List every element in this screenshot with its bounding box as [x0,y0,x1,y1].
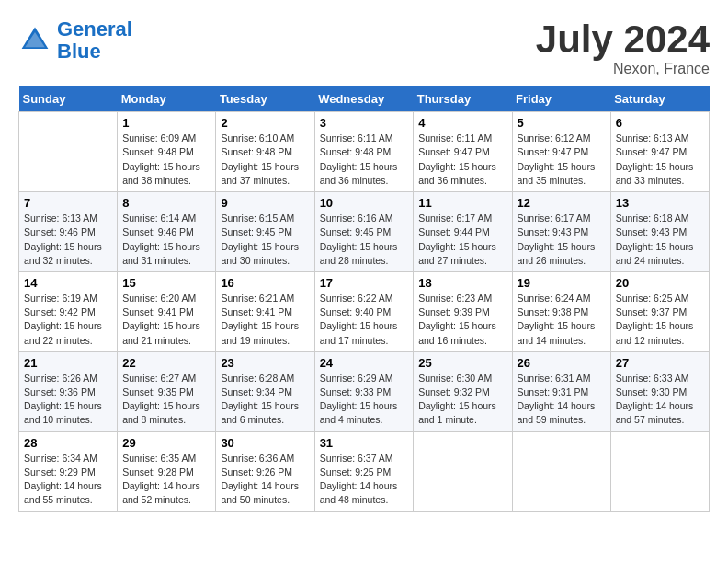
logo-text: General Blue [57,18,132,63]
calendar-cell: 20Sunrise: 6:25 AM Sunset: 9:37 PM Dayli… [610,271,709,351]
day-number: 7 [24,196,112,210]
calendar-body: 1Sunrise: 6:09 AM Sunset: 9:48 PM Daylig… [19,112,710,511]
calendar-table: SundayMondayTuesdayWednesdayThursdayFrid… [18,86,710,511]
day-info: Sunrise: 6:36 AM Sunset: 9:26 PM Dayligh… [221,452,309,508]
day-info: Sunrise: 6:28 AM Sunset: 9:34 PM Dayligh… [221,372,309,428]
day-number: 29 [122,436,210,450]
calendar-cell [512,431,610,511]
calendar-cell: 31Sunrise: 6:37 AM Sunset: 9:25 PM Dayli… [314,431,414,511]
day-number: 30 [221,436,309,450]
day-number: 9 [221,196,309,210]
calendar-cell: 24Sunrise: 6:29 AM Sunset: 9:33 PM Dayli… [314,351,414,431]
calendar-cell: 2Sunrise: 6:10 AM Sunset: 9:48 PM Daylig… [216,112,314,192]
day-info: Sunrise: 6:17 AM Sunset: 9:44 PM Dayligh… [418,212,506,268]
day-info: Sunrise: 6:15 AM Sunset: 9:45 PM Dayligh… [221,212,309,268]
day-info: Sunrise: 6:27 AM Sunset: 9:35 PM Dayligh… [122,372,210,428]
page-header: General Blue July 2024 Nexon, France [18,18,710,77]
calendar-cell: 3Sunrise: 6:11 AM Sunset: 9:48 PM Daylig… [314,112,414,192]
calendar-cell: 26Sunrise: 6:31 AM Sunset: 9:31 PM Dayli… [512,351,610,431]
day-number: 31 [320,436,409,450]
column-header-tuesday: Tuesday [216,86,314,112]
day-number: 14 [24,276,112,290]
day-number: 12 [518,196,606,210]
calendar-cell: 4Sunrise: 6:11 AM Sunset: 9:47 PM Daylig… [414,112,512,192]
calendar-cell [610,431,709,511]
title-block: July 2024 Nexon, France [536,18,710,77]
calendar-cell: 13Sunrise: 6:18 AM Sunset: 9:43 PM Dayli… [610,192,709,272]
calendar-cell: 15Sunrise: 6:20 AM Sunset: 9:41 PM Dayli… [118,271,216,351]
day-info: Sunrise: 6:22 AM Sunset: 9:40 PM Dayligh… [320,292,409,348]
calendar-cell: 16Sunrise: 6:21 AM Sunset: 9:41 PM Dayli… [216,271,314,351]
calendar-cell: 22Sunrise: 6:27 AM Sunset: 9:35 PM Dayli… [118,351,216,431]
logo: General Blue [18,18,132,63]
day-number: 10 [320,196,409,210]
day-number: 22 [122,356,210,370]
calendar-cell: 10Sunrise: 6:16 AM Sunset: 9:45 PM Dayli… [314,192,414,272]
day-number: 23 [221,356,309,370]
calendar-cell: 27Sunrise: 6:33 AM Sunset: 9:30 PM Dayli… [610,351,709,431]
day-number: 25 [418,356,506,370]
day-info: Sunrise: 6:21 AM Sunset: 9:41 PM Dayligh… [221,292,309,348]
day-info: Sunrise: 6:09 AM Sunset: 9:48 PM Dayligh… [122,132,210,188]
week-row-1: 1Sunrise: 6:09 AM Sunset: 9:48 PM Daylig… [19,112,710,192]
day-info: Sunrise: 6:11 AM Sunset: 9:48 PM Dayligh… [320,132,409,188]
calendar-cell: 5Sunrise: 6:12 AM Sunset: 9:47 PM Daylig… [512,112,610,192]
column-header-monday: Monday [118,86,216,112]
calendar-cell: 12Sunrise: 6:17 AM Sunset: 9:43 PM Dayli… [512,192,610,272]
day-info: Sunrise: 6:37 AM Sunset: 9:25 PM Dayligh… [320,452,409,508]
day-number: 2 [221,116,309,130]
week-row-3: 14Sunrise: 6:19 AM Sunset: 9:42 PM Dayli… [19,271,710,351]
calendar-cell: 11Sunrise: 6:17 AM Sunset: 9:44 PM Dayli… [414,192,512,272]
day-number: 1 [122,116,210,130]
logo-icon [18,24,51,57]
calendar-cell: 29Sunrise: 6:35 AM Sunset: 9:28 PM Dayli… [118,431,216,511]
day-info: Sunrise: 6:29 AM Sunset: 9:33 PM Dayligh… [320,372,409,428]
day-number: 3 [320,116,409,130]
day-info: Sunrise: 6:31 AM Sunset: 9:31 PM Dayligh… [518,372,606,428]
calendar-cell: 7Sunrise: 6:13 AM Sunset: 9:46 PM Daylig… [19,192,118,272]
calendar-header: SundayMondayTuesdayWednesdayThursdayFrid… [19,86,710,112]
day-number: 27 [616,356,704,370]
day-number: 8 [122,196,210,210]
day-info: Sunrise: 6:18 AM Sunset: 9:43 PM Dayligh… [616,212,704,268]
column-header-sunday: Sunday [19,86,118,112]
day-info: Sunrise: 6:20 AM Sunset: 9:41 PM Dayligh… [122,292,210,348]
day-info: Sunrise: 6:23 AM Sunset: 9:39 PM Dayligh… [418,292,506,348]
day-info: Sunrise: 6:19 AM Sunset: 9:42 PM Dayligh… [24,292,112,348]
day-info: Sunrise: 6:17 AM Sunset: 9:43 PM Dayligh… [518,212,606,268]
column-header-saturday: Saturday [610,86,709,112]
day-number: 4 [418,116,506,130]
day-info: Sunrise: 6:12 AM Sunset: 9:47 PM Dayligh… [518,132,606,188]
calendar-cell [19,112,118,192]
day-info: Sunrise: 6:13 AM Sunset: 9:47 PM Dayligh… [616,132,704,188]
column-header-thursday: Thursday [414,86,512,112]
calendar-cell: 23Sunrise: 6:28 AM Sunset: 9:34 PM Dayli… [216,351,314,431]
subtitle: Nexon, France [536,61,710,77]
day-number: 17 [320,276,409,290]
day-info: Sunrise: 6:26 AM Sunset: 9:36 PM Dayligh… [24,372,112,428]
day-number: 20 [616,276,704,290]
main-title: July 2024 [536,18,710,61]
calendar-cell: 30Sunrise: 6:36 AM Sunset: 9:26 PM Dayli… [216,431,314,511]
week-row-4: 21Sunrise: 6:26 AM Sunset: 9:36 PM Dayli… [19,351,710,431]
day-info: Sunrise: 6:34 AM Sunset: 9:29 PM Dayligh… [24,452,112,508]
day-number: 24 [320,356,409,370]
day-number: 5 [518,116,606,130]
calendar-cell: 8Sunrise: 6:14 AM Sunset: 9:46 PM Daylig… [118,192,216,272]
day-number: 6 [616,116,704,130]
calendar-cell: 21Sunrise: 6:26 AM Sunset: 9:36 PM Dayli… [19,351,118,431]
calendar-cell: 19Sunrise: 6:24 AM Sunset: 9:38 PM Dayli… [512,271,610,351]
day-number: 28 [24,436,112,450]
day-number: 18 [418,276,506,290]
calendar-cell: 25Sunrise: 6:30 AM Sunset: 9:32 PM Dayli… [414,351,512,431]
day-info: Sunrise: 6:14 AM Sunset: 9:46 PM Dayligh… [122,212,210,268]
week-row-2: 7Sunrise: 6:13 AM Sunset: 9:46 PM Daylig… [19,192,710,272]
calendar-cell: 6Sunrise: 6:13 AM Sunset: 9:47 PM Daylig… [610,112,709,192]
day-number: 16 [221,276,309,290]
calendar-cell: 1Sunrise: 6:09 AM Sunset: 9:48 PM Daylig… [118,112,216,192]
column-header-friday: Friday [512,86,610,112]
day-info: Sunrise: 6:13 AM Sunset: 9:46 PM Dayligh… [24,212,112,268]
day-info: Sunrise: 6:35 AM Sunset: 9:28 PM Dayligh… [122,452,210,508]
day-info: Sunrise: 6:33 AM Sunset: 9:30 PM Dayligh… [616,372,704,428]
day-number: 13 [616,196,704,210]
